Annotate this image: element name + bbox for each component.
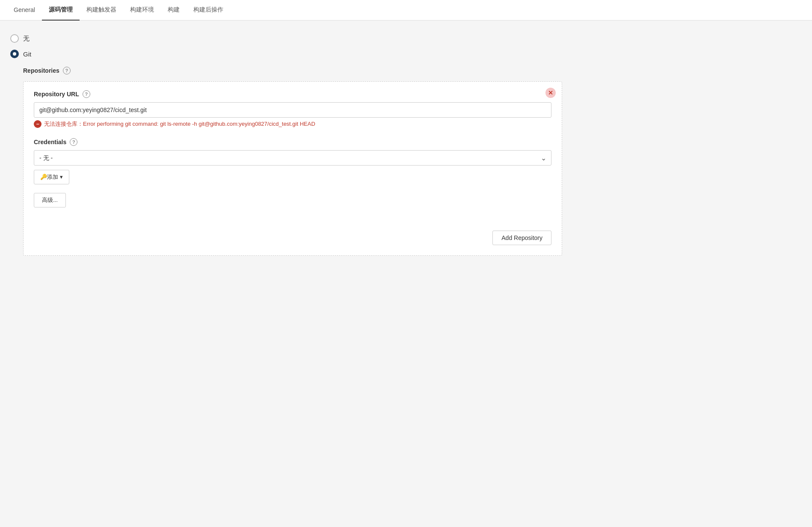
page-content: 无 Git Repositories ? ✕ Repository URL ? — [0, 21, 812, 527]
radio-option-git[interactable]: Git — [10, 50, 802, 58]
repositories-section: Repositories ? ✕ Repository URL ? − 无法连接… — [23, 67, 802, 256]
bottom-section: Add Repository — [34, 220, 551, 245]
credentials-select-wrapper: - 无 - ⌄ — [34, 150, 551, 166]
add-repository-label: Add Repository — [501, 234, 542, 241]
repo-card: ✕ Repository URL ? − 无法连接仓库：Error perfor… — [23, 81, 562, 256]
credentials-label-text: Credentials — [34, 139, 66, 145]
radio-option-none[interactable]: 无 — [10, 34, 802, 43]
radio-group: 无 Git Repositories ? ✕ Repository URL ? — [10, 34, 802, 256]
add-repository-button[interactable]: Add Repository — [492, 231, 551, 245]
tab-bar: General 源码管理 构建触发器 构建环境 构建 构建后操作 — [0, 0, 812, 21]
error-text: 无法连接仓库：Error performing git command: git… — [44, 120, 315, 128]
tab-build-triggers[interactable]: 构建触发器 — [80, 0, 123, 21]
advanced-button[interactable]: 高级... — [34, 193, 66, 207]
credentials-select[interactable]: - 无 - — [34, 150, 551, 166]
credentials-label: Credentials ? — [34, 138, 551, 146]
advanced-button-label: 高级... — [42, 196, 58, 204]
repo-url-input[interactable] — [34, 102, 551, 118]
tab-general[interactable]: General — [7, 0, 42, 20]
radio-git-circle — [10, 50, 19, 58]
repo-url-label-text: Repository URL — [34, 91, 79, 98]
add-credentials-label: 🔑添加 ▾ — [40, 173, 63, 181]
error-message: − 无法连接仓库：Error performing git command: g… — [34, 120, 551, 128]
repo-url-label: Repository URL ? — [34, 90, 551, 98]
tab-build-env[interactable]: 构建环境 — [123, 0, 161, 21]
error-icon: − — [34, 120, 41, 128]
repositories-label-text: Repositories — [23, 67, 59, 74]
tab-source-management[interactable]: 源码管理 — [42, 0, 80, 21]
radio-git-label: Git — [23, 50, 31, 58]
credentials-help-icon[interactable]: ? — [70, 138, 77, 146]
tab-post-build[interactable]: 构建后操作 — [187, 0, 230, 21]
repo-url-help-icon[interactable]: ? — [83, 90, 90, 98]
close-repo-button[interactable]: ✕ — [545, 88, 556, 98]
radio-none-circle — [10, 34, 19, 43]
repositories-help-icon[interactable]: ? — [63, 67, 71, 74]
repositories-section-label: Repositories ? — [23, 67, 802, 74]
radio-none-label: 无 — [23, 35, 30, 43]
add-credentials-button[interactable]: 🔑添加 ▾ — [34, 170, 69, 184]
tab-build[interactable]: 构建 — [161, 0, 187, 21]
